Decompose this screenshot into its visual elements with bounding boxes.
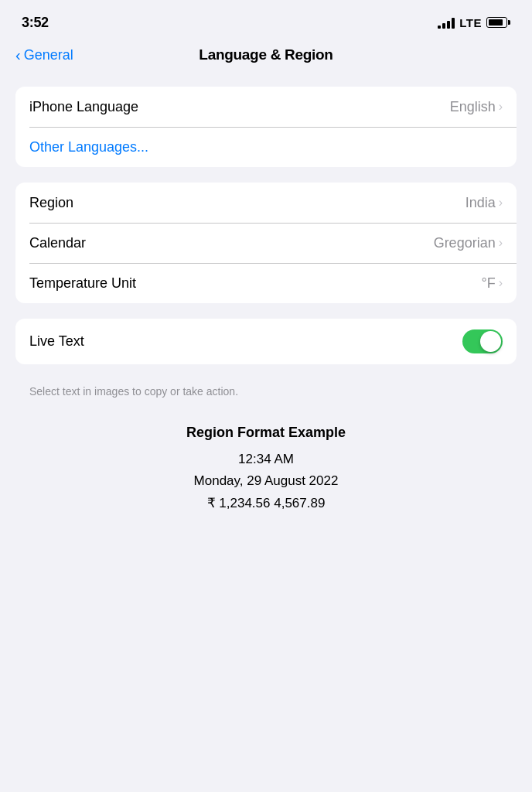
live-text-card: Live Text — [15, 319, 517, 364]
region-format-time: 12:34 AM — [31, 449, 501, 471]
nav-bar: ‹ General Language & Region — [0, 40, 532, 76]
iphone-language-value: English — [450, 99, 496, 115]
calendar-row[interactable]: Calendar Gregorian › — [15, 223, 517, 263]
region-card: Region India › Calendar Gregorian › Temp… — [15, 183, 517, 303]
back-label: General — [24, 47, 73, 63]
language-card: iPhone Language English › Other Language… — [15, 87, 517, 167]
status-icons: LTE — [438, 16, 510, 29]
battery-icon — [486, 17, 510, 28]
status-time: 3:52 — [22, 15, 49, 31]
signal-bars-icon — [438, 16, 455, 29]
other-languages-label: Other Languages... — [29, 139, 148, 155]
region-row[interactable]: Region India › — [15, 183, 517, 223]
iphone-language-row[interactable]: iPhone Language English › — [15, 87, 517, 127]
back-button[interactable]: ‹ General — [15, 47, 73, 63]
chevron-right-icon: › — [499, 236, 503, 250]
lte-label: LTE — [459, 16, 482, 29]
live-text-toggle[interactable] — [462, 329, 503, 353]
content-area: iPhone Language English › Other Language… — [0, 76, 532, 546]
live-text-row: Live Text — [15, 319, 517, 364]
calendar-value-container: Gregorian › — [434, 235, 503, 251]
temperature-value-container: °F › — [481, 275, 503, 292]
chevron-right-icon: › — [499, 196, 503, 210]
live-text-description: Select text in images to copy or take ac… — [15, 380, 517, 411]
region-value-container: India › — [466, 195, 503, 211]
page-title: Language & Region — [199, 46, 332, 63]
status-bar: 3:52 LTE — [0, 0, 532, 40]
iphone-language-label: iPhone Language — [29, 99, 138, 115]
calendar-value: Gregorian — [434, 235, 496, 251]
other-languages-row[interactable]: Other Languages... — [15, 127, 517, 167]
region-format-currency: ₹ 1,234.56 4,567.89 — [31, 493, 501, 515]
chevron-right-icon: › — [499, 276, 503, 290]
live-text-label: Live Text — [29, 333, 84, 350]
iphone-language-value-container: English › — [450, 99, 503, 115]
temperature-label: Temperature Unit — [29, 275, 136, 292]
region-format-date: Monday, 29 August 2022 — [31, 470, 501, 493]
chevron-right-icon: › — [499, 100, 503, 114]
temperature-value: °F — [481, 275, 495, 292]
temperature-row[interactable]: Temperature Unit °F › — [15, 263, 517, 303]
toggle-knob — [480, 331, 501, 352]
region-format-values: 12:34 AM Monday, 29 August 2022 ₹ 1,234.… — [31, 449, 501, 516]
back-chevron-icon: ‹ — [15, 47, 21, 63]
region-format-title: Region Format Example — [31, 425, 501, 441]
region-value: India — [466, 195, 496, 211]
region-label: Region — [29, 195, 73, 211]
calendar-label: Calendar — [29, 235, 86, 251]
region-format-section: Region Format Example 12:34 AM Monday, 2… — [15, 417, 517, 524]
